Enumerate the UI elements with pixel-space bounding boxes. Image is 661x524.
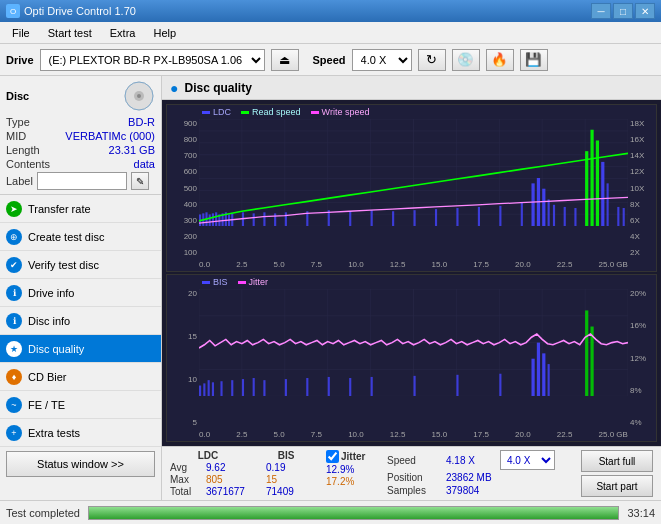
menu-start-test[interactable]: Start test [40,25,100,41]
jitter-header: Jitter [341,451,365,462]
stats-jitter-col: Jitter 12.9% 17.2% [326,450,366,487]
avg-label: Avg [170,462,202,473]
nav-label-disc-info: Disc info [28,315,70,327]
svg-rect-48 [456,208,458,226]
svg-rect-92 [306,378,308,396]
nav-item-fe-te[interactable]: ~FE / TE [0,391,161,419]
nav-icon-verify-test: ✔ [6,257,22,273]
speed-select[interactable]: 4.0 X [352,49,412,71]
ldc-header: LDC [170,450,246,461]
menu-file[interactable]: File [4,25,38,41]
main-layout: Disc Type BD-R MID VERBATIMc (000) Lengt… [0,76,661,500]
chart-icon: ● [170,80,178,96]
maximize-button[interactable]: □ [613,3,633,19]
nav-icon-cd-bier: ♦ [6,369,22,385]
close-button[interactable]: ✕ [635,3,655,19]
svg-rect-82 [199,386,201,397]
stats-bis-col: BIS 0.19 15 71409 [266,450,306,497]
start-part-button[interactable]: Start part [581,475,653,497]
nav-item-transfer-rate[interactable]: ➤Transfer rate [0,195,161,223]
burn-button[interactable]: 🔥 [486,49,514,71]
menu-bar: File Start test Extra Help [0,22,661,44]
svg-rect-49 [478,207,480,226]
jitter-checkbox[interactable] [326,450,339,463]
time-text: 33:14 [627,507,655,519]
speed-stat-label: Speed [387,455,442,466]
disc-title: Disc [6,90,29,102]
svg-rect-94 [349,378,351,396]
refresh-button[interactable]: ↻ [418,49,446,71]
speed-stat-select[interactable]: 4.0 X [500,450,555,470]
svg-rect-46 [414,210,416,226]
nav-icon-extra-tests: + [6,425,22,441]
svg-point-2 [137,94,141,98]
bis-avg: 0.19 [266,462,306,473]
bis-total: 71409 [266,486,306,497]
mid-value: VERBATIMc (000) [65,130,155,142]
svg-rect-43 [349,211,351,226]
chart-title: Disc quality [184,81,251,95]
chart-2-y-axis-left: 2015105 [167,289,199,427]
status-text: Test completed [6,507,80,519]
app-icon: O [6,4,20,18]
svg-rect-54 [542,189,545,227]
nav-label-cd-bier: CD Bier [28,371,67,383]
stats-area: LDC Avg 9.62 Max 805 Total 3671677 BIS 0… [162,446,661,500]
left-panel: Disc Type BD-R MID VERBATIMc (000) Lengt… [0,76,162,500]
svg-rect-84 [208,380,210,396]
nav-item-create-test[interactable]: ⊕Create test disc [0,223,161,251]
svg-rect-95 [371,377,373,396]
svg-rect-58 [574,208,576,226]
svg-rect-57 [564,207,566,226]
menu-extra[interactable]: Extra [102,25,144,41]
position-val: 23862 MB [446,472,496,483]
label-input[interactable] [37,172,127,190]
nav-icon-disc-info: ℹ [6,313,22,329]
drive-select[interactable]: (E:) PLEXTOR BD-R PX-LB950SA 1.06 [40,49,265,71]
drive-bar: Drive (E:) PLEXTOR BD-R PX-LB950SA 1.06 … [0,44,661,76]
svg-rect-45 [392,211,394,226]
length-value: 23.31 GB [109,144,155,156]
svg-rect-61 [596,140,599,226]
chart-1: LDC Read speed Write speed 9008007006005… [166,104,657,272]
chart-2-x-axis: 0.02.55.07.510.012.515.017.520.022.525.0… [199,427,628,441]
minimize-button[interactable]: ─ [591,3,611,19]
nav-label-extra-tests: Extra tests [28,427,80,439]
nav-items: ➤Transfer rate⊕Create test disc✔Verify t… [0,195,161,447]
stats-ldc-col: LDC Avg 9.62 Max 805 Total 3671677 [170,450,246,497]
nav-item-drive-info[interactable]: ℹDrive info [0,279,161,307]
start-full-button[interactable]: Start full [581,450,653,472]
save-button[interactable]: 💾 [520,49,548,71]
max-label: Max [170,474,202,485]
svg-rect-98 [499,374,501,397]
nav-icon-fe-te: ~ [6,397,22,413]
svg-rect-59 [585,151,588,226]
svg-rect-91 [285,379,287,396]
ldc-total: 3671677 [206,486,246,497]
chart-2: BIS Jitter 2015105 20%16%12%8%4% 0.02.55… [166,274,657,442]
bis-header: BIS [266,450,306,461]
nav-item-extra-tests[interactable]: +Extra tests [0,419,161,447]
svg-rect-38 [263,212,265,226]
disc-button[interactable]: 💿 [452,49,480,71]
svg-rect-39 [274,213,276,226]
chart-1-y-axis-right: 18X16X14X12X10X8X6X4X2X [628,119,656,257]
contents-value: data [134,158,155,170]
disc-icon [123,80,155,112]
eject-button[interactable]: ⏏ [271,49,299,71]
speed-label: Speed [313,54,346,66]
nav-item-disc-info[interactable]: ℹDisc info [0,307,161,335]
svg-rect-44 [371,210,373,226]
label-edit-button[interactable]: ✎ [131,172,149,190]
chart-header: ● Disc quality [162,76,661,100]
svg-rect-89 [253,378,255,396]
svg-rect-90 [263,380,265,396]
jitter-max: 17.2% [326,476,366,487]
status-window-button[interactable]: Status window >> [6,451,155,477]
svg-rect-99 [531,359,534,397]
menu-help[interactable]: Help [145,25,184,41]
progress-bar-fill [89,507,618,519]
nav-item-verify-test[interactable]: ✔Verify test disc [0,251,161,279]
nav-item-disc-quality[interactable]: ★Disc quality [0,335,161,363]
nav-item-cd-bier[interactable]: ♦CD Bier [0,363,161,391]
